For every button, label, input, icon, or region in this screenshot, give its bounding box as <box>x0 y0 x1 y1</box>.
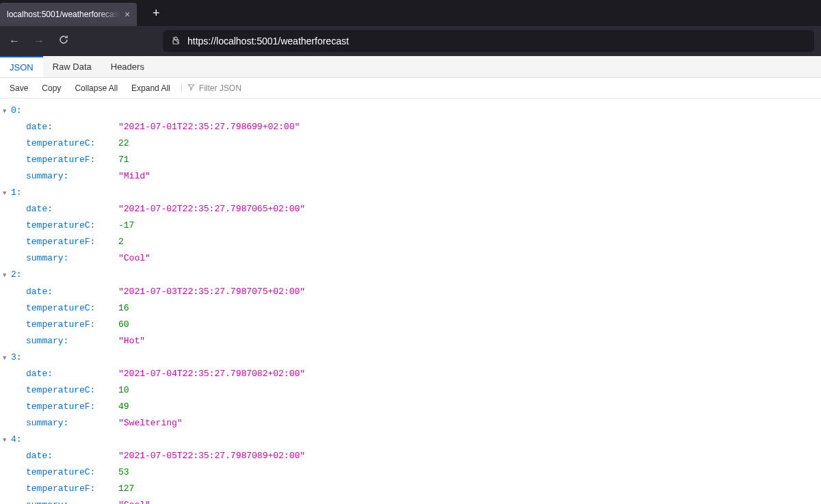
tab-raw-data[interactable]: Raw Data <box>43 56 101 77</box>
action-bar: Save Copy Collapse All Expand All <box>0 78 821 98</box>
json-value: 60 <box>118 317 129 333</box>
json-key: temperatureC: <box>26 382 118 399</box>
json-prop-temperatureF[interactable]: temperatureF:49 <box>3 399 818 415</box>
json-index: 1: <box>11 185 22 201</box>
chevron-down-icon[interactable]: ▼ <box>3 353 11 364</box>
json-index: 0: <box>11 103 22 119</box>
json-key: temperatureC: <box>26 464 118 481</box>
json-prop-date[interactable]: date:"2021-07-03T22:35:27.7987075+02:00" <box>3 284 818 300</box>
json-value: "Sweltering" <box>118 415 183 432</box>
tab-json[interactable]: JSON <box>0 56 43 77</box>
json-value: "Cool" <box>118 497 151 504</box>
reload-icon[interactable] <box>56 34 71 48</box>
chevron-down-icon[interactable]: ▼ <box>3 435 11 447</box>
json-key: date: <box>26 201 118 217</box>
json-value: "2021-07-05T22:35:27.7987089+02:00" <box>118 448 305 464</box>
json-value: "Hot" <box>118 333 145 349</box>
filter-input[interactable] <box>199 83 302 93</box>
json-value: "2021-07-02T22:35:27.7987065+02:00" <box>118 201 305 217</box>
browser-chrome: localhost:5001/weatherforecast × + ← → h… <box>0 0 821 56</box>
json-prop-temperatureC[interactable]: temperatureC:53 <box>3 464 818 481</box>
json-value: "Mild" <box>118 168 151 185</box>
save-button[interactable]: Save <box>4 81 34 95</box>
json-value: 127 <box>118 481 134 497</box>
json-value: 2 <box>118 234 124 250</box>
url-bar[interactable]: https://localhost:5001/weatherforecast <box>163 30 814 52</box>
forward-icon[interactable]: → <box>31 35 47 47</box>
json-prop-summary[interactable]: summary:"Cool" <box>3 497 818 504</box>
json-key: temperatureF: <box>26 152 118 168</box>
close-icon[interactable]: × <box>125 9 130 20</box>
json-key: temperatureF: <box>26 234 118 250</box>
json-index: 2: <box>11 267 22 283</box>
browser-tab[interactable]: localhost:5001/weatherforecast × <box>0 3 137 26</box>
json-value: -17 <box>118 217 134 234</box>
json-array-item[interactable]: ▼1: <box>3 185 818 201</box>
json-key: summary: <box>26 497 118 504</box>
json-value: "Cool" <box>118 250 151 267</box>
json-key: temperatureF: <box>26 399 118 415</box>
json-value: 71 <box>118 152 129 168</box>
json-array-item[interactable]: ▼4: <box>3 432 818 448</box>
json-index: 3: <box>11 349 22 366</box>
chevron-down-icon[interactable]: ▼ <box>3 106 11 118</box>
json-key: date: <box>26 366 118 382</box>
nav-toolbar: ← → https://localhost:5001/weatherforeca… <box>0 26 821 56</box>
json-prop-summary[interactable]: summary:"Hot" <box>3 333 818 349</box>
json-key: date: <box>26 448 118 464</box>
json-prop-date[interactable]: date:"2021-07-01T22:35:27.798699+02:00" <box>3 119 818 135</box>
json-prop-temperatureF[interactable]: temperatureF:71 <box>3 152 818 168</box>
json-key: temperatureF: <box>26 481 118 497</box>
json-value: "2021-07-01T22:35:27.798699+02:00" <box>118 119 300 135</box>
json-value: 53 <box>118 464 129 481</box>
json-value: "2021-07-04T22:35:27.7987082+02:00" <box>118 366 305 382</box>
copy-button[interactable]: Copy <box>36 81 66 95</box>
json-prop-temperatureC[interactable]: temperatureC:16 <box>3 300 818 317</box>
tab-title: localhost:5001/weatherforecast <box>7 10 120 19</box>
back-icon[interactable]: ← <box>7 35 22 47</box>
json-key: date: <box>26 284 118 300</box>
collapse-all-button[interactable]: Collapse All <box>69 81 123 95</box>
filter-icon <box>187 83 195 93</box>
json-key: summary: <box>26 168 118 185</box>
json-tree: ▼0:date:"2021-07-01T22:35:27.798699+02:0… <box>0 98 821 504</box>
json-prop-date[interactable]: date:"2021-07-02T22:35:27.7987065+02:00" <box>3 201 818 217</box>
svg-line-1 <box>173 37 179 43</box>
json-prop-temperatureF[interactable]: temperatureF:127 <box>3 481 818 497</box>
json-value: 22 <box>118 135 129 152</box>
json-prop-date[interactable]: date:"2021-07-05T22:35:27.7987089+02:00" <box>3 448 818 464</box>
chevron-down-icon[interactable]: ▼ <box>3 270 11 282</box>
json-prop-temperatureF[interactable]: temperatureF:2 <box>3 234 818 250</box>
json-key: temperatureC: <box>26 217 118 234</box>
json-key: temperatureC: <box>26 300 118 317</box>
url-text: https://localhost:5001/weatherforecast <box>187 36 349 47</box>
tab-headers[interactable]: Headers <box>101 56 154 77</box>
json-key: summary: <box>26 415 118 432</box>
json-value: 49 <box>118 399 129 415</box>
json-value: "2021-07-03T22:35:27.7987075+02:00" <box>118 284 305 300</box>
json-prop-date[interactable]: date:"2021-07-04T22:35:27.7987082+02:00" <box>3 366 818 382</box>
json-prop-temperatureC[interactable]: temperatureC:10 <box>3 382 818 399</box>
expand-all-button[interactable]: Expand All <box>126 81 176 95</box>
json-prop-temperatureC[interactable]: temperatureC:22 <box>3 135 818 152</box>
json-array-item[interactable]: ▼2: <box>3 267 818 283</box>
json-prop-summary[interactable]: summary:"Sweltering" <box>3 415 818 432</box>
json-prop-summary[interactable]: summary:"Mild" <box>3 168 818 185</box>
json-index: 4: <box>11 432 22 448</box>
json-prop-temperatureF[interactable]: temperatureF:60 <box>3 317 818 333</box>
json-array-item[interactable]: ▼3: <box>3 349 818 366</box>
json-value: 16 <box>118 300 129 317</box>
view-tabs: JSON Raw Data Headers <box>0 56 821 78</box>
json-key: temperatureC: <box>26 135 118 152</box>
json-prop-temperatureC[interactable]: temperatureC:-17 <box>3 217 818 234</box>
json-value: 10 <box>118 382 129 399</box>
json-key: temperatureF: <box>26 317 118 333</box>
json-key: summary: <box>26 333 118 349</box>
json-prop-summary[interactable]: summary:"Cool" <box>3 250 818 267</box>
tab-strip: localhost:5001/weatherforecast × + <box>0 0 821 26</box>
new-tab-button[interactable]: + <box>146 6 166 21</box>
json-key: date: <box>26 119 118 135</box>
json-array-item[interactable]: ▼0: <box>3 103 818 119</box>
chevron-down-icon[interactable]: ▼ <box>3 188 11 200</box>
json-key: summary: <box>26 250 118 267</box>
